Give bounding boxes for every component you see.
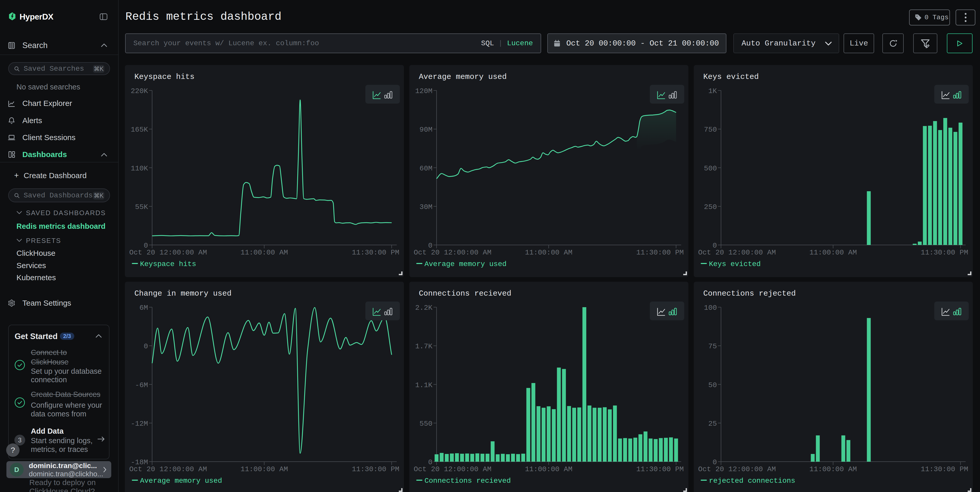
svg-text:500: 500	[704, 164, 717, 172]
svg-text:Keys evicted: Keys evicted	[703, 73, 759, 81]
svg-text:220K: 220K	[131, 87, 148, 95]
svg-text:75: 75	[708, 342, 717, 350]
svg-text:11:30:00 PM: 11:30:00 PM	[636, 465, 684, 473]
svg-text:-6M: -6M	[135, 381, 148, 389]
svg-text:1.7K: 1.7K	[415, 342, 433, 350]
svg-text:750: 750	[704, 126, 717, 134]
svg-text:Keys evicted: Keys evicted	[709, 260, 761, 268]
svg-text:30M: 30M	[420, 203, 433, 211]
svg-text:Connections rejected: Connections rejected	[703, 289, 796, 298]
svg-text:Oct 20 12:00:00 AM: Oct 20 12:00:00 AM	[414, 465, 491, 473]
svg-text:550: 550	[420, 420, 433, 428]
svg-text:110K: 110K	[131, 164, 148, 172]
svg-text:11:00:00 AM: 11:00:00 AM	[240, 248, 288, 256]
svg-text:Oct 20 12:00:00 AM: Oct 20 12:00:00 AM	[414, 248, 491, 256]
svg-text:Average memory used: Average memory used	[140, 477, 222, 485]
svg-text:6M: 6M	[139, 304, 148, 312]
svg-text:Average memory used: Average memory used	[425, 260, 506, 268]
svg-text:11:00:00 AM: 11:00:00 AM	[525, 465, 573, 473]
svg-text:Oct 20 12:00:00 AM: Oct 20 12:00:00 AM	[129, 465, 207, 473]
svg-text:Connections recieved: Connections recieved	[425, 477, 511, 485]
svg-text:Keyspace hits: Keyspace hits	[140, 260, 196, 268]
svg-text:11:30:00 PM: 11:30:00 PM	[921, 248, 968, 256]
svg-text:165K: 165K	[131, 126, 148, 134]
svg-text:25: 25	[708, 420, 717, 428]
svg-text:0: 0	[144, 342, 148, 350]
svg-text:1.1K: 1.1K	[415, 381, 433, 389]
svg-text:Oct 20 12:00:00 AM: Oct 20 12:00:00 AM	[698, 248, 776, 256]
svg-text:250: 250	[704, 203, 717, 211]
svg-text:Oct 20 12:00:00 AM: Oct 20 12:00:00 AM	[129, 248, 207, 256]
svg-text:Change in memory used: Change in memory used	[134, 289, 232, 298]
svg-text:11:00:00 AM: 11:00:00 AM	[810, 465, 857, 473]
svg-text:11:00:00 AM: 11:00:00 AM	[525, 248, 573, 256]
svg-text:90M: 90M	[420, 126, 433, 134]
svg-text:60M: 60M	[420, 164, 433, 172]
svg-text:Oct 20 12:00:00 AM: Oct 20 12:00:00 AM	[698, 465, 776, 473]
svg-text:-12M: -12M	[131, 420, 148, 428]
svg-text:Connections recieved: Connections recieved	[419, 289, 511, 298]
svg-text:1K: 1K	[708, 87, 717, 95]
svg-text:2.2K: 2.2K	[415, 304, 433, 312]
svg-text:Average memory used: Average memory used	[419, 73, 507, 81]
svg-text:Keyspace hits: Keyspace hits	[134, 73, 194, 81]
svg-text:100: 100	[704, 304, 717, 312]
svg-text:11:30:00 PM: 11:30:00 PM	[352, 248, 399, 256]
svg-text:rejected connections: rejected connections	[709, 477, 795, 485]
svg-text:11:00:00 AM: 11:00:00 AM	[240, 465, 288, 473]
svg-text:11:30:00 PM: 11:30:00 PM	[636, 248, 684, 256]
svg-text:55K: 55K	[135, 203, 148, 211]
svg-text:50: 50	[708, 381, 717, 389]
svg-text:11:30:00 PM: 11:30:00 PM	[352, 465, 399, 473]
svg-text:11:00:00 AM: 11:00:00 AM	[810, 248, 857, 256]
svg-text:11:30:00 PM: 11:30:00 PM	[921, 465, 968, 473]
svg-text:120M: 120M	[415, 87, 433, 95]
